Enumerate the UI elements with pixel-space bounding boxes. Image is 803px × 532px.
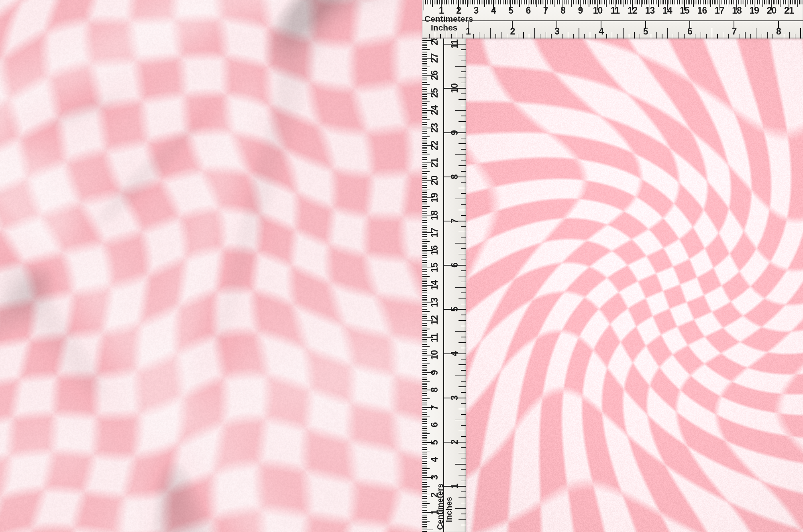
inch-fraction-tick — [461, 160, 466, 160]
cm-millimeter-tick — [497, 0, 497, 4]
inch-fraction-tick — [459, 143, 466, 144]
cm-millimeter-tick — [641, 0, 642, 7]
cm-millimeter-tick — [422, 393, 427, 394]
cm-millimeter-tick — [422, 187, 427, 188]
cm-millimeter-tick — [483, 0, 483, 4]
inch-fraction-tick — [662, 34, 662, 39]
cm-millimeter-tick — [691, 0, 692, 4]
cm-millimeter-tick — [627, 0, 628, 4]
cm-millimeter-tick — [601, 0, 601, 4]
cm-millimeter-tick — [484, 0, 485, 7]
inch-fraction-tick — [701, 32, 701, 39]
v-inch-number: 10 — [449, 84, 460, 93]
flat-fabric-swatch — [466, 39, 803, 532]
cm-millimeter-tick — [583, 0, 584, 4]
cm-millimeter-tick — [769, 0, 770, 4]
cm-millimeter-tick — [577, 0, 577, 4]
cm-millimeter-tick — [489, 0, 490, 4]
cm-millimeter-tick — [689, 0, 690, 4]
inch-fraction-tick — [461, 348, 466, 348]
cm-millimeter-tick — [425, 0, 426, 4]
cm-millimeter-tick — [422, 489, 427, 490]
inch-fraction-tick — [461, 503, 466, 503]
cm-millimeter-tick — [625, 0, 626, 4]
horizontal-ruler-divider — [422, 20, 803, 21]
cm-millimeter-tick — [526, 0, 527, 4]
cm-millimeter-tick — [568, 0, 569, 4]
cm-millimeter-tick — [463, 0, 464, 4]
cm-millimeter-tick — [795, 0, 796, 4]
cm-millimeter-tick — [777, 0, 777, 4]
cm-millimeter-tick — [422, 157, 427, 158]
v-inch-number: 11 — [449, 40, 460, 49]
cm-millimeter-tick — [422, 344, 427, 345]
cm-millimeter-tick — [422, 465, 427, 466]
cm-millimeter-tick — [565, 0, 565, 4]
cm-millimeter-tick — [422, 44, 427, 45]
cm-millimeter-tick — [422, 196, 427, 197]
cm-millimeter-tick — [756, 0, 756, 4]
inch-fraction-tick — [435, 32, 435, 39]
cm-millimeter-tick — [780, 0, 781, 7]
inch-fraction-tick — [459, 232, 466, 232]
cm-millimeter-tick — [422, 269, 427, 270]
cm-millimeter-tick — [422, 472, 427, 473]
v-cm-number: 3 — [429, 475, 440, 480]
inch-fraction-tick — [767, 32, 768, 39]
inch-fraction-tick — [772, 34, 773, 39]
fabric-product-photo: Centimeters Inches 123456789101112131415… — [0, 0, 803, 532]
v-cm-number: 20 — [429, 176, 440, 185]
inch-fraction-tick — [459, 121, 466, 122]
cm-millimeter-tick — [422, 290, 427, 291]
cm-millimeter-tick — [422, 313, 427, 314]
cm-millimeter-tick — [724, 0, 725, 4]
inch-fraction-tick — [461, 127, 466, 127]
cm-millimeter-tick — [422, 229, 427, 230]
cm-millimeter-tick — [422, 362, 427, 363]
inch-fraction-tick — [756, 28, 756, 39]
inch-fraction-tick — [461, 381, 466, 382]
cm-millimeter-tick — [655, 0, 656, 4]
cm-millimeter-tick — [507, 0, 508, 4]
inch-fraction-tick — [518, 34, 518, 39]
cm-millimeter-tick — [422, 225, 427, 226]
cm-millimeter-tick — [608, 0, 609, 4]
cm-millimeter-tick — [422, 363, 430, 364]
cm-millimeter-tick — [768, 0, 768, 4]
cm-millimeter-tick — [422, 150, 427, 151]
inch-fraction-tick — [728, 34, 729, 39]
cm-millimeter-tick — [422, 402, 427, 403]
inch-fraction-tick — [461, 370, 466, 370]
cm-millimeter-tick — [422, 208, 427, 209]
inch-fraction-tick — [546, 32, 546, 39]
cm-millimeter-tick — [422, 444, 427, 445]
cm-millimeter-tick — [618, 0, 619, 4]
inch-fraction-tick — [459, 519, 466, 520]
cm-millimeter-tick — [422, 404, 427, 404]
cm-millimeter-tick — [422, 297, 427, 298]
v-inch-number: 3 — [449, 396, 460, 400]
inch-fraction-tick — [667, 28, 668, 39]
cm-millimeter-tick — [676, 0, 677, 7]
v-cm-number: 9 — [429, 370, 440, 375]
cm-millimeter-tick — [422, 206, 430, 207]
inch-fraction-tick — [684, 34, 685, 39]
cm-millimeter-tick — [656, 0, 657, 4]
v-cm-number: 12 — [429, 315, 440, 325]
inch-fraction-tick — [461, 49, 466, 50]
cm-millimeter-tick — [422, 124, 427, 125]
cm-millimeter-tick — [422, 61, 427, 62]
cm-millimeter-tick — [794, 0, 795, 4]
cm-millimeter-tick — [422, 514, 427, 515]
cm-millimeter-tick — [585, 0, 586, 4]
cm-millimeter-tick — [422, 376, 427, 377]
cm-millimeter-tick — [422, 491, 427, 492]
cm-millimeter-tick — [422, 178, 427, 179]
h-cm-number: 4 — [491, 5, 496, 16]
inch-fraction-tick — [479, 32, 479, 39]
inch-fraction-tick — [673, 34, 673, 39]
cm-millimeter-tick — [422, 378, 427, 378]
cm-millimeter-tick — [422, 271, 427, 272]
cm-millimeter-tick — [422, 220, 427, 221]
inch-fraction-tick — [507, 34, 507, 39]
